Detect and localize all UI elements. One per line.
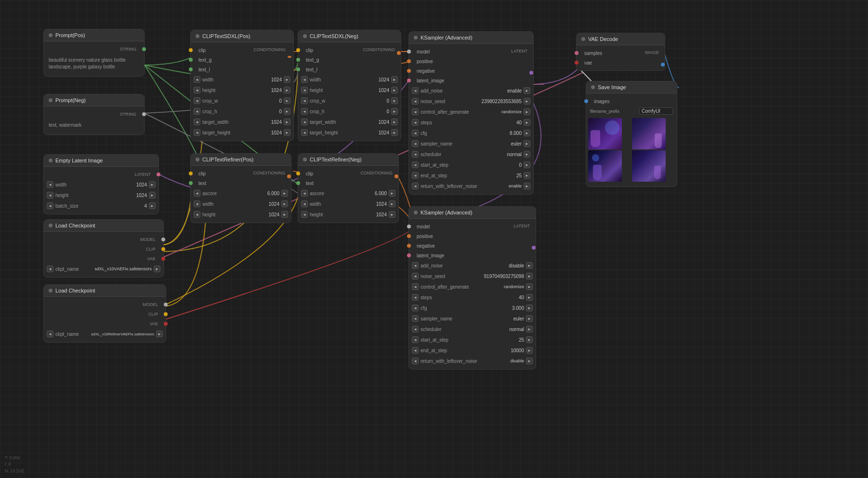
ks1-seed-l[interactable]: ◄ <box>412 98 419 105</box>
cs-pos-croph-r[interactable]: ► <box>284 108 290 115</box>
lc2-ckpt-left-btn[interactable]: ◄ <box>47 331 53 337</box>
crn-height-r[interactable]: ► <box>389 211 395 218</box>
lc1-ckpt-left-btn[interactable]: ◄ <box>47 266 53 272</box>
cs-pos-width-r[interactable]: ► <box>284 76 290 83</box>
ks2-endstep-l[interactable]: ◄ <box>412 347 419 354</box>
crp-width-l[interactable]: ◄ <box>194 200 200 207</box>
cs-neg-width-l[interactable]: ◄ <box>301 76 308 83</box>
ks2-scheduler-l[interactable]: ◄ <box>412 326 419 332</box>
ks2-rln-l[interactable]: ◄ <box>412 358 419 364</box>
ks2-seed-r[interactable]: ► <box>526 273 533 279</box>
ks1-steps-r[interactable]: ► <box>524 119 530 126</box>
cs-pos-cropw-l[interactable]: ◄ <box>194 97 200 104</box>
lc1-ckpt-right-btn[interactable]: ► <box>154 266 160 272</box>
ks2-sampler-l[interactable]: ◄ <box>412 315 419 322</box>
ks2-addnoise-r[interactable]: ► <box>526 262 533 269</box>
ks1-scheduler-r[interactable]: ► <box>524 151 530 158</box>
ks1-sampler-l[interactable]: ◄ <box>412 140 419 147</box>
ks2-model-dot[interactable] <box>407 225 411 228</box>
ks1-model-dot[interactable] <box>407 50 411 53</box>
lc1-vae-dot[interactable] <box>161 257 165 261</box>
cs-pos-width-l[interactable]: ◄ <box>194 76 200 83</box>
crn-clip-dot[interactable] <box>296 172 300 175</box>
si-images-dot[interactable] <box>584 99 588 103</box>
ks1-cag-r[interactable]: ► <box>524 108 530 115</box>
clip-sdxl-neg-clip-dot[interactable] <box>296 48 300 52</box>
cs-neg-th-r[interactable]: ► <box>391 129 398 136</box>
ks2-endstep-r[interactable]: ► <box>526 347 533 354</box>
clip-sdxl-neg-textl-dot[interactable] <box>296 67 300 71</box>
ks2-negative-dot[interactable] <box>407 244 411 248</box>
cs-neg-croph-l[interactable]: ◄ <box>301 108 308 115</box>
cs-pos-th-l[interactable]: ◄ <box>194 129 200 136</box>
ks2-cag-l[interactable]: ◄ <box>412 283 419 290</box>
cs-neg-height-l[interactable]: ◄ <box>301 87 308 93</box>
crn-width-r[interactable]: ► <box>389 200 395 207</box>
lc1-clip-dot[interactable] <box>161 247 165 251</box>
ks1-startstep-l[interactable]: ◄ <box>412 161 419 168</box>
empty-latent-height-right-btn[interactable]: ► <box>149 192 156 199</box>
ks1-cfg-r[interactable]: ► <box>524 130 530 136</box>
crn-height-l[interactable]: ◄ <box>301 211 308 218</box>
empty-latent-batch-left-btn[interactable]: ◄ <box>47 202 53 209</box>
ks1-seed-r[interactable]: ► <box>524 98 530 105</box>
ks1-sampler-r[interactable]: ► <box>524 140 530 147</box>
cs-neg-tw-r[interactable]: ► <box>391 119 398 125</box>
ks2-latent-out-dot[interactable] <box>532 246 536 250</box>
ks1-addnoise-l[interactable]: ◄ <box>412 87 419 94</box>
crp-ascore-r[interactable]: ► <box>281 190 288 197</box>
lc2-vae-dot[interactable] <box>164 322 168 326</box>
ks2-positive-dot[interactable] <box>407 234 411 238</box>
ks2-cfg-l[interactable]: ◄ <box>412 305 419 311</box>
ks2-seed-l[interactable]: ◄ <box>412 273 419 279</box>
cs-pos-croph-l[interactable]: ◄ <box>194 108 200 115</box>
crp-text-dot[interactable] <box>189 181 193 185</box>
cs-pos-cropw-r[interactable]: ► <box>284 97 290 104</box>
ks1-negative-dot[interactable] <box>407 69 411 73</box>
cs-neg-cropw-r[interactable]: ► <box>391 97 398 104</box>
ks1-endstep-l[interactable]: ◄ <box>412 172 419 179</box>
cs-pos-height-l[interactable]: ◄ <box>194 87 200 93</box>
crn-ascore-r[interactable]: ► <box>389 190 395 197</box>
ks2-steps-l[interactable]: ◄ <box>412 294 419 301</box>
lc2-model-dot[interactable] <box>164 303 168 306</box>
cs-pos-th-r[interactable]: ► <box>284 129 290 136</box>
cs-neg-width-r[interactable]: ► <box>391 76 398 83</box>
prompt-pos-output-dot[interactable] <box>142 47 146 51</box>
ks2-rln-r[interactable]: ► <box>526 358 533 364</box>
crp-out-dot[interactable] <box>287 174 291 178</box>
prompt-neg-text[interactable]: text, watermark <box>44 119 144 132</box>
cs-neg-th-l[interactable]: ◄ <box>301 129 308 136</box>
cs-pos-tw-l[interactable]: ◄ <box>194 119 200 125</box>
crp-height-r[interactable]: ► <box>281 211 288 218</box>
cs-pos-tw-r[interactable]: ► <box>284 119 290 125</box>
empty-latent-batch-right-btn[interactable]: ► <box>149 202 156 209</box>
ks2-startstep-r[interactable]: ► <box>526 336 533 343</box>
ks2-addnoise-l[interactable]: ◄ <box>412 262 419 269</box>
crn-out-dot[interactable] <box>395 174 398 178</box>
ks1-startstep-r[interactable]: ► <box>524 161 530 168</box>
ks2-sampler-r[interactable]: ► <box>526 315 533 322</box>
cs-pos-height-r[interactable]: ► <box>284 87 290 93</box>
crp-ascore-l[interactable]: ◄ <box>194 190 200 197</box>
ks1-cfg-l[interactable]: ◄ <box>412 130 419 136</box>
prompt-neg-output-dot[interactable] <box>142 112 146 116</box>
clip-sdxl-pos-textl-dot[interactable] <box>189 67 193 71</box>
cs-neg-cropw-l[interactable]: ◄ <box>301 97 308 104</box>
si-filename-input[interactable] <box>639 107 673 115</box>
crp-height-l[interactable]: ◄ <box>194 211 200 218</box>
ks2-startstep-l[interactable]: ◄ <box>412 336 419 343</box>
clip-sdxl-neg-out-dot[interactable] <box>397 51 401 55</box>
clip-sdxl-pos-textg-dot[interactable] <box>189 58 193 62</box>
cs-neg-croph-r[interactable]: ► <box>391 108 398 115</box>
ks2-cag-r[interactable]: ► <box>526 283 533 290</box>
empty-latent-output-dot[interactable] <box>157 173 160 176</box>
ks1-latent-out-dot[interactable] <box>529 71 533 75</box>
ks1-rln-l[interactable]: ◄ <box>412 183 419 189</box>
crn-width-l[interactable]: ◄ <box>301 200 308 207</box>
vd-image-out-dot[interactable] <box>661 63 665 66</box>
clip-sdxl-pos-clip-dot[interactable] <box>189 48 193 52</box>
lc1-model-dot[interactable] <box>161 238 165 241</box>
clip-sdxl-pos-out-dot[interactable] <box>288 56 291 58</box>
ks2-scheduler-r[interactable]: ► <box>526 326 533 332</box>
